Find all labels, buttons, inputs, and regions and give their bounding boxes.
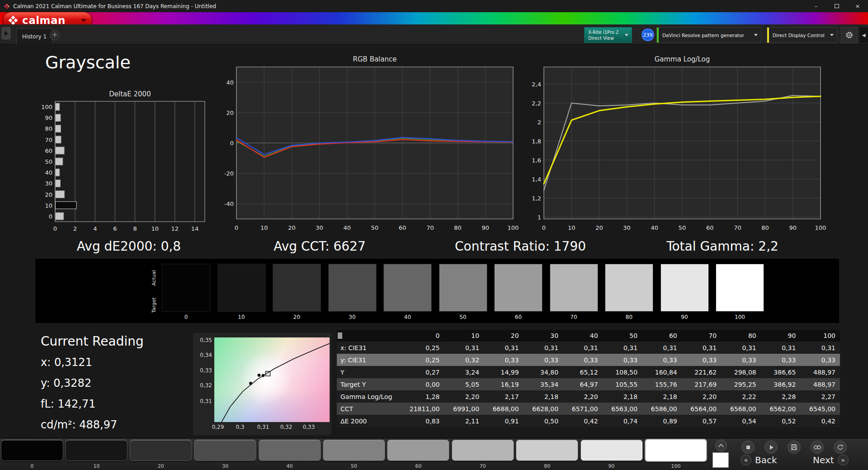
swatch-level-label: 20 [273, 314, 321, 320]
link-button[interactable] [811, 441, 824, 454]
table-column-header: 70 [682, 330, 722, 342]
table-cell: 0,32 [444, 354, 484, 366]
stat-contrast-ratio: Contrast Ratio: 1790 [455, 239, 586, 254]
target-row-label: Target [151, 292, 157, 319]
table-cell: 2,20 [682, 390, 722, 403]
table-cell: 0,31 [800, 342, 840, 354]
display-control-dropdown[interactable]: Direct Display Control [767, 27, 837, 43]
panel-expand-button[interactable] [715, 440, 727, 451]
svg-text:60: 60 [45, 147, 52, 154]
svg-text:40: 40 [226, 79, 234, 86]
meter-mode: Direct View [588, 35, 619, 41]
grayscale-swatch [439, 264, 487, 312]
measurement-table: 0102030405060708090100x: CIE310,250,310,… [337, 330, 840, 427]
pattern-level-button[interactable] [452, 440, 514, 461]
collapse-toolbar-button[interactable]: ◀ [859, 27, 868, 43]
table-column-header: 0 [405, 330, 444, 342]
pattern-generator-label: DaVinci Resolve pattern generator [657, 33, 744, 38]
play-button[interactable] [764, 441, 778, 454]
pattern-level-button[interactable] [323, 440, 385, 461]
table-cell: 0,33 [642, 354, 682, 366]
pattern-level-button[interactable] [645, 439, 707, 462]
pattern-level-label: 40 [259, 463, 321, 469]
svg-text:50: 50 [371, 224, 379, 231]
close-button[interactable]: × [847, 0, 868, 12]
cie-x-tick: 0,29 [210, 424, 226, 430]
table-cell: 0,33 [800, 354, 840, 366]
table-column-header: 80 [721, 330, 761, 342]
cie-y-tick: 0,34 [197, 352, 212, 358]
next-button[interactable]: Next » [813, 455, 849, 465]
pattern-level-button[interactable] [130, 440, 192, 461]
pattern-level-button[interactable] [194, 440, 256, 461]
table-corner [337, 330, 405, 342]
table-cell: 2,18 [524, 390, 563, 403]
stop-icon [745, 445, 751, 450]
table-cell: 0,50 [524, 415, 563, 427]
history-panel-toggle-button[interactable] [2, 27, 10, 39]
grayscale-swatch [550, 264, 598, 312]
svg-text:12: 12 [171, 225, 179, 232]
table-cell: 6571,00 [563, 403, 603, 415]
play-arrow-icon [5, 31, 8, 36]
pattern-level-label: 10 [65, 463, 127, 469]
grayscale-swatch [605, 264, 653, 312]
table-cell: 298,08 [721, 366, 761, 378]
deltae-2000-chart: 024681012141009080706050403020100DeltaE … [27, 89, 212, 238]
stop-button[interactable] [741, 441, 755, 454]
minimize-button[interactable]: – [806, 0, 826, 12]
table-cell: 65,12 [563, 366, 603, 378]
table-cell: 160,84 [642, 366, 682, 378]
svg-text:0: 0 [542, 224, 546, 231]
svg-text:1,4: 1,4 [532, 176, 541, 183]
table-cell: 0,31 [484, 342, 524, 354]
table-cell: 488,97 [800, 378, 840, 390]
pattern-level-button[interactable] [580, 440, 643, 461]
table-cell: 0,33 [563, 354, 603, 366]
svg-text:1,2: 1,2 [532, 195, 541, 202]
spectrum-strip [0, 12, 868, 24]
table-cell: 0,33 [603, 354, 642, 366]
maximize-button[interactable] [826, 0, 847, 12]
svg-text:1,6: 1,6 [532, 157, 541, 164]
add-tab-button[interactable]: + [50, 30, 60, 40]
cie-x-tick: 0,31 [255, 424, 271, 430]
svg-text:70: 70 [426, 224, 434, 231]
svg-text:20: 20 [288, 224, 296, 231]
table-corner-marker [338, 332, 342, 339]
table-row: y: CIE310,250,320,330,330,330,330,330,33… [337, 354, 840, 366]
table-column-header: 60 [642, 330, 682, 342]
current-patch-preview [712, 452, 729, 468]
svg-text:100: 100 [508, 224, 519, 231]
pattern-level-button[interactable] [65, 440, 127, 461]
pattern-level-label: 60 [387, 463, 449, 469]
grayscale-swatch [217, 264, 266, 312]
save-button[interactable] [788, 441, 801, 454]
meter-selector-dropdown[interactable]: X-Rite i1Pro 2 Direct View [584, 27, 632, 43]
pattern-level-label: 100 [645, 463, 707, 469]
svg-text:RGB Balance: RGB Balance [353, 55, 397, 63]
pattern-generator-dropdown[interactable]: DaVinci Resolve pattern generator [656, 27, 761, 43]
pattern-level-button[interactable] [387, 440, 449, 461]
grayscale-swatch [328, 264, 377, 312]
settings-button[interactable] [841, 27, 857, 43]
grayscale-swatch [660, 264, 709, 312]
cie-y-tick: 0,35 [197, 337, 212, 343]
pattern-level-button[interactable] [516, 440, 578, 461]
svg-text:40: 40 [344, 224, 351, 231]
back-label: Back [755, 455, 777, 465]
pattern-level-label: 20 [130, 463, 192, 469]
table-cell: 2,22 [721, 390, 761, 403]
grayscale-swatch-strip: Actual Target 0102030405060708090100 [35, 259, 839, 323]
tab-history-1[interactable]: History 1 [16, 28, 52, 44]
back-button[interactable]: « Back [741, 455, 777, 465]
refresh-button[interactable] [834, 441, 847, 454]
svg-text:80: 80 [454, 224, 462, 231]
svg-text:0: 0 [235, 224, 238, 231]
swatch-level-label: 30 [328, 314, 377, 320]
pattern-level-button[interactable] [1, 440, 63, 461]
cie-y-tick: 0,32 [197, 382, 212, 389]
svg-text:10: 10 [568, 224, 576, 231]
svg-text:80: 80 [761, 224, 769, 231]
pattern-level-button[interactable] [259, 440, 321, 461]
